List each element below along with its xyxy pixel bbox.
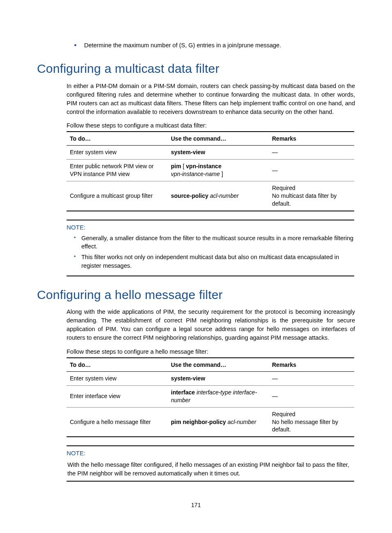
cell-remarks: — [269,371,354,385]
col-remarks: Remarks [269,358,354,372]
cell-remarks: — [269,160,354,181]
para-multicast-filter: In either a PIM-DM domain or a PIM-SM do… [67,82,355,116]
cell-cmd: interface interface-type interface-numbe… [168,385,269,407]
lead-hello-filter: Follow these steps to configure a hello … [67,348,355,355]
table-row: Enter interface view interface interface… [67,385,354,407]
cell-cmd: system-view [168,371,269,385]
para-hello-filter: Along with the wide applications of PIM,… [67,308,355,342]
note-item: Generally, a smaller distance from the f… [74,234,354,251]
note-hello-filter: NOTE: With the hello message filter conf… [67,445,354,482]
col-todo: To do… [67,358,168,372]
intro-bullet: ● Determine the maximum number of (S, G)… [74,41,355,49]
cell-cmd: pim neighbor-policy acl-number [168,407,269,437]
note-text: With the hello message filter configured… [67,460,354,477]
cell-todo: Configure a multicast group filter [67,181,168,211]
cell-todo: Enter public network PIM view or VPN ins… [67,160,168,181]
col-command: Use the command… [168,358,269,372]
intro-bullet-text: Determine the maximum number of (S, G) e… [84,41,281,49]
note-label: NOTE: [67,449,354,457]
cell-remarks: RequiredNo hello message filter by defau… [269,407,354,437]
table-header-row: To do… Use the command… Remarks [67,132,354,146]
table-hello-filter: To do… Use the command… Remarks Enter sy… [67,357,354,437]
note-item: This filter works not only on independen… [74,253,354,270]
heading-hello-filter: Configuring a hello message filter [37,288,355,302]
cell-cmd: pim [ vpn-instancevpn-instance-name ] [168,160,269,181]
table-row: Configure a multicast group filter sourc… [67,181,354,211]
table-header-row: To do… Use the command… Remarks [67,358,354,372]
cell-todo: Enter system view [67,371,168,385]
cell-cmd: source-policy acl-number [168,181,269,211]
table-multicast-filter: To do… Use the command… Remarks Enter sy… [67,131,354,211]
col-todo: To do… [67,132,168,146]
cell-cmd: system-view [168,146,269,160]
bullet-icon: ● [74,41,77,49]
table-row: Configure a hello message filter pim nei… [67,407,354,437]
cell-remarks: — [269,146,354,160]
heading-multicast-filter: Configuring a multicast data filter [37,62,355,76]
page-number: 171 [0,502,392,508]
cell-todo: Enter system view [67,146,168,160]
col-remarks: Remarks [269,132,354,146]
note-multicast-filter: NOTE: Generally, a smaller distance from… [67,220,354,276]
page-content: ● Determine the maximum number of (S, G)… [0,0,392,510]
note-list: Generally, a smaller distance from the f… [67,234,354,270]
cell-todo: Enter interface view [67,385,168,407]
cell-remarks: — [269,385,354,407]
cell-remarks: RequiredNo multicast data filter by defa… [269,181,354,211]
note-label: NOTE: [67,223,354,232]
lead-multicast-filter: Follow these steps to configure a multic… [67,122,355,129]
table-row: Enter system view system-view — [67,371,354,385]
cell-todo: Configure a hello message filter [67,407,168,437]
col-command: Use the command… [168,132,269,146]
table-row: Enter public network PIM view or VPN ins… [67,160,354,181]
table-row: Enter system view system-view — [67,146,354,160]
